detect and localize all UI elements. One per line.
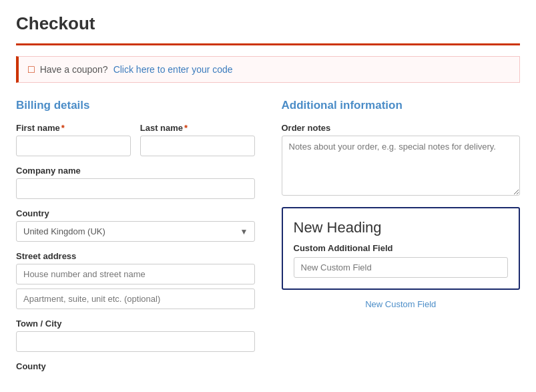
last-name-input[interactable] — [140, 136, 255, 156]
billing-section: Billing details First name* Last name* C… — [16, 99, 255, 381]
billing-section-title: Billing details — [16, 99, 255, 112]
first-name-input[interactable] — [16, 136, 131, 156]
last-name-label: Last name* — [140, 123, 255, 133]
custom-field-input[interactable] — [294, 257, 509, 278]
street-address-field: Street address — [16, 251, 255, 309]
county-label: County — [16, 361, 255, 371]
two-col-layout: Billing details First name* Last name* C… — [16, 99, 520, 381]
first-name-label: First name* — [16, 123, 131, 133]
divider — [16, 43, 520, 45]
custom-field-label: Custom Additional Field — [294, 243, 509, 253]
order-notes-textarea[interactable] — [282, 136, 521, 196]
country-select[interactable]: United Kingdom (UK) — [16, 221, 255, 242]
country-field: Country United Kingdom (UK) ▼ — [16, 208, 255, 242]
coupon-icon: □ — [28, 63, 35, 75]
order-notes-label: Order notes — [282, 123, 521, 133]
additional-section: Additional information Order notes New H… — [282, 99, 521, 381]
town-city-field: Town / City — [16, 319, 255, 352]
coupon-notice: □ Have a coupon? Click here to enter you… — [16, 56, 520, 83]
first-name-field: First name* — [16, 123, 131, 156]
coupon-link[interactable]: Click here to enter your code — [113, 64, 233, 75]
county-field: County — [16, 361, 255, 371]
last-name-field: Last name* — [140, 123, 255, 156]
custom-box: New Heading Custom Additional Field — [282, 207, 521, 290]
additional-section-title: Additional information — [282, 99, 521, 112]
page-container: Checkout □ Have a coupon? Click here to … — [0, 0, 536, 392]
name-row: First name* Last name* — [16, 123, 255, 156]
coupon-text: Have a coupon? — [40, 64, 108, 75]
order-notes-field: Order notes — [282, 123, 521, 198]
company-name-label: Company name — [16, 166, 255, 176]
page-title: Checkout — [16, 13, 520, 34]
street-address-input[interactable] — [16, 264, 255, 284]
town-city-label: Town / City — [16, 319, 255, 329]
apartment-input[interactable] — [16, 288, 255, 309]
country-select-wrapper: United Kingdom (UK) ▼ — [16, 221, 255, 242]
country-label: Country — [16, 208, 255, 218]
company-name-field: Company name — [16, 166, 255, 199]
company-name-input[interactable] — [16, 178, 255, 199]
street-address-label: Street address — [16, 251, 255, 261]
custom-box-heading: New Heading — [294, 219, 509, 236]
new-custom-field-link[interactable]: New Custom Field — [282, 299, 521, 309]
town-city-input[interactable] — [16, 331, 255, 352]
